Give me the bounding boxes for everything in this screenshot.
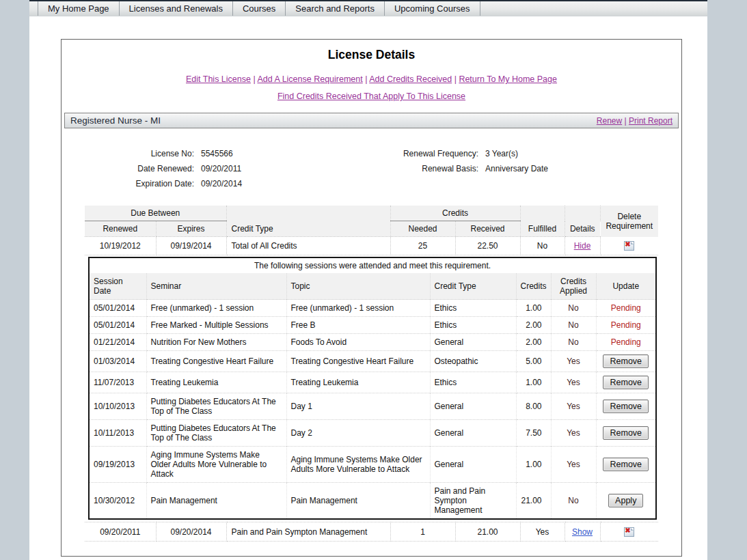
topic-cell: Day 2 — [286, 420, 430, 447]
requirements-group-header-row: Due Between Credits Delete Requirement — [85, 206, 658, 221]
session-row: 01/03/2014Treating Congestive Heart Fail… — [89, 351, 656, 372]
column-header-received: Received — [455, 221, 520, 237]
requirement-row: 09/20/2011 09/20/2014 Pain and Pain Symp… — [85, 522, 658, 542]
expires-cell: 09/20/2014 — [156, 522, 226, 542]
seminar-cell: Free Marked - Multiple Sessions — [146, 317, 286, 334]
license-info-right: Renewal Frequency:3 Year(s)Renewal Basis… — [310, 146, 548, 191]
credit-type-cell: General — [430, 420, 516, 447]
delete-requirement-icon[interactable] — [624, 527, 634, 537]
remove-button[interactable]: Remove — [603, 458, 649, 471]
page-title: License Details — [62, 48, 681, 62]
sessions-tbody: 05/01/2014Free (unmarked) - 1 sessionFre… — [89, 300, 656, 520]
renew-link[interactable]: Renew — [597, 116, 622, 126]
credit-type-cell: Pain and Pain Sympton Management — [226, 522, 390, 542]
group-header-credits: Credits — [390, 206, 520, 221]
seminar-cell: Putting Diabetes Educators At The Top of… — [146, 420, 286, 447]
pending-status: Pending — [611, 303, 641, 313]
credit-type-cell: Ethics — [430, 317, 516, 334]
session-date-cell: 11/07/2013 — [89, 372, 146, 393]
group-header-due-between: Due Between — [85, 206, 226, 221]
column-header-needed: Needed — [390, 221, 455, 237]
credits-cell: 2.00 — [516, 317, 551, 334]
renewed-cell: 10/19/2012 — [85, 237, 156, 255]
tab-bar: My Home PageLicenses and RenewalsCourses… — [29, 0, 707, 16]
requirement-row-bottom: 09/20/2011 09/20/2014 Pain and Pain Symp… — [85, 522, 658, 542]
column-header-renewed: Renewed — [85, 221, 156, 237]
remove-button[interactable]: Remove — [603, 426, 649, 440]
action-link-return-to-my-home-page[interactable]: Return To My Home Page — [459, 74, 557, 84]
apply-button[interactable]: Apply — [608, 494, 643, 507]
action-link-add-a-license-requirement[interactable]: Add A License Requirement — [257, 74, 362, 84]
tab-search-and-reports[interactable]: Search and Reports — [286, 1, 385, 16]
seminar-cell: Free (unmarked) - 1 session — [146, 300, 286, 317]
info-label: Date Renewed: — [64, 161, 194, 176]
update-cell: Remove — [596, 351, 656, 372]
tab-my-home-page[interactable]: My Home Page — [38, 1, 120, 16]
session-date-cell: 10/30/2012 — [89, 483, 146, 520]
session-row: 10/30/2012Pain ManagementPain Management… — [89, 483, 656, 520]
credit-type-cell: Ethics — [430, 300, 516, 317]
credit-type-cell: General — [430, 393, 516, 420]
seminar-cell: Nutrition For New Mothers — [146, 334, 286, 351]
remove-button[interactable]: Remove — [603, 400, 649, 413]
credit-type-cell: Total of All Credits — [226, 237, 390, 255]
group-header-spacer — [565, 206, 600, 221]
session-row: 01/21/2014Nutrition For New MothersFoods… — [89, 334, 656, 351]
topic-cell: Foods To Avoid — [286, 334, 430, 351]
needed-cell: 1 — [390, 522, 455, 542]
hide-details-link[interactable]: Hide — [574, 241, 591, 251]
credits-cell: 7.50 — [516, 420, 551, 447]
info-value: 5545566 — [194, 149, 233, 158]
credit-type-cell: General — [430, 334, 516, 351]
details-cell: Hide — [565, 237, 600, 255]
delete-requirement-icon[interactable] — [624, 241, 634, 251]
credits-applied-cell: No — [551, 334, 596, 351]
session-date-cell: 05/01/2014 — [89, 317, 146, 334]
column-header-expires: Expires — [156, 221, 226, 237]
info-label: Renewal Frequency: — [310, 146, 478, 161]
info-label: Expiration Date: — [64, 176, 194, 191]
credits-cell: 2.00 — [516, 334, 551, 351]
remove-button[interactable]: Remove — [603, 376, 649, 389]
license-info-row: Expiration Date:09/20/2014 — [64, 176, 310, 191]
credit-type-cell: Ethics — [430, 372, 516, 393]
show-details-link[interactable]: Show — [572, 527, 593, 537]
update-cell: Pending — [596, 300, 656, 317]
print-report-link[interactable]: Print Report — [629, 116, 673, 126]
remove-button[interactable]: Remove — [603, 354, 649, 368]
update-cell: Pending — [596, 334, 656, 351]
license-info-row: Renewal Basis:Anniversary Date — [310, 161, 548, 176]
session-date-cell: 01/21/2014 — [89, 334, 146, 351]
credits-cell: 1.00 — [516, 372, 551, 393]
column-header-delete-requirement: Delete Requirement — [600, 206, 658, 237]
sessions-caption: The following sessions were attended and… — [89, 257, 656, 273]
update-cell: Remove — [596, 372, 656, 393]
tab-licenses-and-renewals[interactable]: Licenses and Renewals — [120, 1, 233, 16]
session-date-cell: 05/01/2014 — [89, 300, 146, 317]
needed-cell: 25 — [390, 237, 455, 255]
link-separator: | — [452, 74, 459, 84]
delete-cell — [600, 522, 658, 542]
tab-courses[interactable]: Courses — [233, 1, 286, 16]
fulfilled-cell: Yes — [520, 522, 565, 542]
credits-applied-cell: No — [551, 317, 596, 334]
credits-applied-cell: Yes — [551, 393, 596, 420]
seminar-cell: Pain Management — [146, 483, 286, 520]
sessions-table: The following sessions were attended and… — [88, 257, 657, 520]
action-link-add-credits-received[interactable]: Add Credits Received — [369, 74, 452, 84]
session-row: 09/19/2013Aging Immune Systems Make Olde… — [89, 447, 656, 483]
info-value: 3 Year(s) — [478, 149, 518, 158]
session-date-cell: 01/03/2014 — [89, 351, 146, 372]
action-link-edit-this-license[interactable]: Edit This License — [186, 74, 251, 84]
tab-upcoming-courses[interactable]: Upcoming Courses — [385, 1, 480, 16]
update-cell: Pending — [596, 317, 656, 334]
find-credits-link[interactable]: Find Credits Received That Apply To This… — [277, 92, 465, 101]
session-row: 10/10/2013Putting Diabetes Educators At … — [89, 393, 656, 420]
seminar-cell: Aging Immune Systems Make Older Adults M… — [146, 447, 286, 483]
session-date-cell: 09/19/2013 — [89, 447, 146, 483]
license-info: License No:5545566Date Renewed:09/20/201… — [64, 146, 681, 191]
column-header-credits-applied: Credits Applied — [551, 273, 596, 300]
column-header-seminar: Seminar — [146, 273, 286, 300]
credit-type-cell: Osteopathic — [430, 351, 516, 372]
requirement-row: 10/19/2012 09/19/2014 Total of All Credi… — [85, 237, 658, 255]
